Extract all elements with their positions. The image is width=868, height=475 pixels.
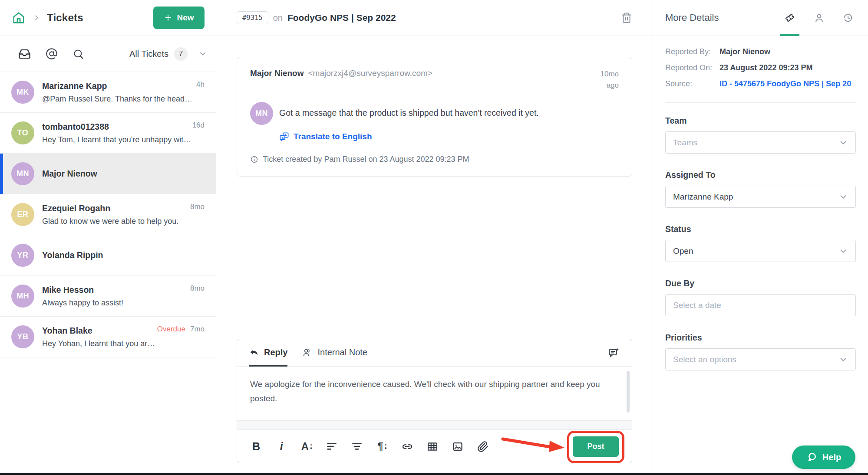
help-label: Help xyxy=(822,452,841,462)
formatting-toolbar: B i A ¶ xyxy=(237,430,632,463)
due-by-field-group: Due By Select a date xyxy=(665,278,856,316)
annotation-arrow xyxy=(501,436,566,455)
source-link[interactable]: ID - 5475675 FoodyGo NPS | Sep 20 xyxy=(719,79,851,88)
ticket-count-badge: 7 xyxy=(174,47,188,61)
ticket-time: 16d xyxy=(192,121,205,130)
ticket-contact-name: Yolanda Rippin xyxy=(42,250,205,260)
ticket-summary: Mike Hesson Always happy to assist! xyxy=(42,285,190,308)
ticket-properties-form: Team Teams Assigned To Marizanne Kapp St… xyxy=(653,103,868,400)
align-left-icon[interactable] xyxy=(326,440,338,452)
search-icon[interactable] xyxy=(73,48,84,60)
translate-link[interactable]: Aa Translate to English xyxy=(279,132,619,142)
ticket-sidebar: Tickets New All Tickets 7 xyxy=(0,0,216,473)
sidebar-toolbar: All Tickets 7 xyxy=(0,36,216,72)
chevron-right-icon xyxy=(33,14,40,21)
attachment-icon[interactable] xyxy=(477,441,489,452)
avatar: TO xyxy=(11,121,34,144)
message-thread: Major Nienow <majorzxj4@surveysparrow.co… xyxy=(216,36,653,177)
reported-on-row: Reported On: 23 August 2022 09:23 PM xyxy=(665,63,856,72)
mention-icon[interactable] xyxy=(46,48,58,60)
reported-on-value: 23 August 2022 09:23 PM xyxy=(719,63,812,72)
reported-by-value: Major Nienow xyxy=(719,47,770,56)
ticket-contact-name: tombanto012388 xyxy=(42,122,192,132)
translate-label: Translate to English xyxy=(294,132,372,141)
reply-icon xyxy=(249,347,259,357)
post-button-area: Post xyxy=(573,436,619,457)
ticket-summary: Yolanda Rippin xyxy=(42,250,205,260)
due-by-date-input[interactable]: Select a date xyxy=(665,294,856,316)
avatar: MN xyxy=(11,162,34,185)
team-select[interactable]: Teams xyxy=(665,131,856,154)
tab-contact-details[interactable] xyxy=(811,0,827,36)
ticket-contact-name: Marizanne Kapp xyxy=(42,81,196,91)
ticket-summary: Major Nienow xyxy=(42,169,205,179)
ticket-list-item[interactable]: ER Ezequiel Rogahn Glad to know we were … xyxy=(0,194,216,235)
post-button[interactable]: Post xyxy=(573,436,619,457)
image-icon[interactable] xyxy=(452,440,464,453)
details-tabs xyxy=(782,0,856,36)
history-icon xyxy=(842,12,854,23)
paragraph-format-icon[interactable]: ¶ xyxy=(376,441,388,452)
ticket-list-item[interactable]: TO tombanto012388 Hey Tom, I learnt that… xyxy=(0,113,216,154)
ticket-details-icon xyxy=(784,12,796,24)
editor-horizontal-scrollbar[interactable] xyxy=(237,420,632,430)
home-icon[interactable] xyxy=(11,10,26,25)
reply-textarea[interactable]: We apologize for the inconvenience cause… xyxy=(237,367,632,420)
status-value: Open xyxy=(673,246,693,256)
ticket-filter-dropdown[interactable]: All Tickets 7 xyxy=(129,47,207,61)
priorities-select[interactable]: Select an options xyxy=(665,348,856,370)
bold-icon[interactable]: B xyxy=(250,440,262,453)
help-button[interactable]: Help xyxy=(792,446,855,469)
ticket-list-item[interactable]: MK Marizanne Kapp @Pam Russel Sure. Than… xyxy=(0,72,216,113)
avatar: MK xyxy=(11,81,34,104)
tab-ticket-details[interactable] xyxy=(782,0,798,36)
delete-ticket-icon[interactable] xyxy=(621,12,632,23)
status-select[interactable]: Open xyxy=(665,240,856,262)
field-label: Reported On: xyxy=(665,63,719,72)
italic-icon[interactable]: i xyxy=(275,440,287,452)
ticket-list: MK Marizanne Kapp @Pam Russel Sure. Than… xyxy=(0,72,216,473)
ticket-contact-name: Major Nienow xyxy=(42,169,205,179)
ticket-meta-fields: Reported By: Major Nienow Reported On: 2… xyxy=(653,36,868,98)
app-window: Tickets New All Tickets 7 xyxy=(0,0,868,473)
ticket-list-item[interactable]: YB Yohan Blake Hey Yohan, I learnt that … xyxy=(0,317,216,357)
chevron-down-icon xyxy=(198,49,207,58)
due-by-label: Due By xyxy=(665,278,856,288)
ticket-id-badge: #9315 xyxy=(237,11,268,24)
tab-internal-note[interactable]: Internal Note xyxy=(302,339,367,367)
ticket-time: 8mo xyxy=(190,284,205,293)
ticket-contact-name: Yohan Blake xyxy=(42,326,157,336)
tab-reply[interactable]: Reply xyxy=(249,339,287,367)
ticket-contact-name: Ezequiel Rogahn xyxy=(42,203,190,213)
table-icon[interactable] xyxy=(426,440,439,453)
more-details-panel: More Details xyxy=(653,0,868,473)
font-size-icon[interactable]: A xyxy=(300,441,313,452)
sidebar-header: Tickets New xyxy=(0,0,216,36)
canned-response-icon[interactable] xyxy=(608,347,620,359)
priorities-placeholder: Select an options xyxy=(673,355,736,364)
on-text: on xyxy=(273,13,283,23)
assigned-to-select[interactable]: Marizanne Kapp xyxy=(665,186,856,208)
status-label: Status xyxy=(665,224,856,234)
link-icon[interactable] xyxy=(401,440,413,453)
ticket-preview: Always happy to assist! xyxy=(42,298,190,308)
editor-scrollbar[interactable] xyxy=(627,371,630,413)
message-sender: Major Nienow xyxy=(250,69,304,78)
ticket-title: FoodyGo NPS | Sep 2022 xyxy=(287,13,396,23)
ticket-preview: Hey Tom, I learnt that you're unhappy wi… xyxy=(42,135,192,144)
ticket-list-item[interactable]: MH Mike Hesson Always happy to assist! 8… xyxy=(0,276,216,317)
ticket-time: 8mo xyxy=(190,203,205,211)
tab-history[interactable] xyxy=(840,0,856,36)
ticket-list-item[interactable]: YR Yolanda Rippin xyxy=(0,235,216,276)
reply-composer: Reply Internal Note We apologize for the… xyxy=(237,339,632,463)
reply-tab-label: Reply xyxy=(264,347,287,357)
breadcrumb: Tickets xyxy=(47,12,83,24)
chevron-down-icon xyxy=(838,355,848,364)
new-ticket-button[interactable]: New xyxy=(153,7,205,29)
inbox-icon[interactable] xyxy=(18,48,31,60)
reply-draft-text: We apologize for the inconvenience cause… xyxy=(250,380,600,403)
internal-note-tab-label: Internal Note xyxy=(317,347,367,357)
align-center-icon[interactable] xyxy=(351,440,363,452)
priorities-label: Priorities xyxy=(665,333,856,343)
ticket-list-item-selected[interactable]: MN Major Nienow xyxy=(0,154,216,194)
